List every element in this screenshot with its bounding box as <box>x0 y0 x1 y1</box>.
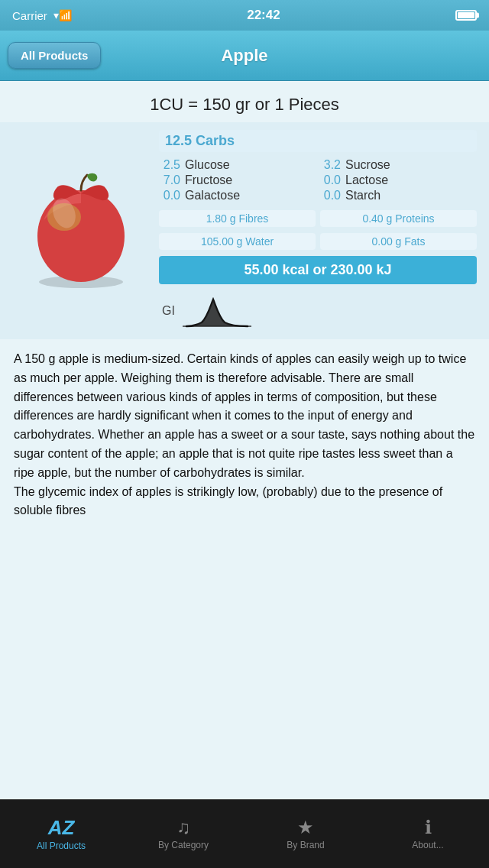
battery-icon <box>455 10 477 21</box>
nutrient-glucose: 2.5 Glucose <box>159 158 316 172</box>
description-text: A 150 g apple is medium-sized. Certain k… <box>14 352 474 517</box>
starch-value: 0.0 <box>319 189 341 202</box>
tab-all-products-label: All Products <box>37 840 86 851</box>
galactose-value: 0.0 <box>159 189 180 202</box>
nutrient-galactose: 0.0 Galactose <box>159 189 316 202</box>
lactose-label: Lactose <box>345 173 388 187</box>
nutrients-grid: 2.5 Glucose 3.2 Sucrose 7.0 Fructose 0.0… <box>159 158 477 202</box>
tab-all-products[interactable]: AZ All Products <box>0 800 122 868</box>
all-products-back-button[interactable]: All Products <box>8 42 101 69</box>
tab-by-brand[interactable]: ★ By Brand <box>244 800 367 868</box>
star-icon: ★ <box>297 818 314 837</box>
tab-about[interactable]: ℹ About... <box>367 800 489 868</box>
proteins-badge: 0.40 g Proteins <box>320 210 477 227</box>
status-time: 22:42 <box>247 8 280 23</box>
tab-bar: AZ All Products ♫ By Category ★ By Brand… <box>0 799 489 868</box>
nutrition-info: 12.5 Carbs 2.5 Glucose 3.2 Sucrose 7.0 F… <box>159 130 477 330</box>
wifi-icon: ▾📶 <box>53 9 72 21</box>
tab-by-brand-label: By Brand <box>287 840 324 850</box>
galactose-label: Galactose <box>185 189 240 202</box>
sucrose-label: Sucrose <box>345 158 390 172</box>
status-bar: Carrier ▾📶 22:42 <box>0 0 489 31</box>
tab-by-category[interactable]: ♫ By Category <box>122 800 244 868</box>
glucose-value: 2.5 <box>159 158 180 172</box>
nutrient-fructose: 7.0 Fructose <box>159 173 316 187</box>
fibres-badge: 1.80 g Fibres <box>159 210 316 227</box>
music-icon: ♫ <box>176 818 190 837</box>
nav-bar: All Products Apple <box>0 31 489 81</box>
glucose-label: Glucose <box>185 158 230 172</box>
energy-bar: 55.00 kcal or 230.00 kJ <box>159 256 477 284</box>
lactose-value: 0.0 <box>319 173 341 187</box>
nutrient-sucrose: 3.2 Sucrose <box>319 158 477 172</box>
nutrient-starch: 0.0 Starch <box>319 189 477 202</box>
product-image-area <box>12 130 150 330</box>
nutrient-lactose: 0.0 Lactose <box>319 173 477 187</box>
tab-about-label: About... <box>412 840 443 850</box>
gi-chart <box>183 292 251 330</box>
carbs-header: 12.5 Carbs <box>159 130 477 152</box>
carrier-label: Carrier <box>12 9 47 22</box>
gi-row: GI <box>159 292 477 330</box>
fibres-proteins-row: 1.80 g Fibres 0.40 g Proteins <box>159 210 477 227</box>
sucrose-value: 3.2 <box>319 158 341 172</box>
water-fats-row: 105.00 g Water 0.00 g Fats <box>159 233 477 250</box>
cu-line: 1CU = 150 gr or 1 Pieces <box>0 81 489 122</box>
fructose-value: 7.0 <box>159 173 180 187</box>
tab-by-category-label: By Category <box>158 840 209 850</box>
water-badge: 105.00 g Water <box>159 233 316 250</box>
nav-title: Apple <box>221 46 267 66</box>
fructose-label: Fructose <box>185 173 232 187</box>
product-card: 12.5 Carbs 2.5 Glucose 3.2 Sucrose 7.0 F… <box>0 122 489 339</box>
starch-label: Starch <box>345 189 381 202</box>
apple-image <box>22 171 141 290</box>
gi-label: GI <box>162 304 175 318</box>
info-icon: ℹ <box>425 818 432 837</box>
az-icon: AZ <box>48 818 75 837</box>
fats-badge: 0.00 g Fats <box>320 233 477 250</box>
description-area: A 150 g apple is medium-sized. Certain k… <box>0 339 489 531</box>
